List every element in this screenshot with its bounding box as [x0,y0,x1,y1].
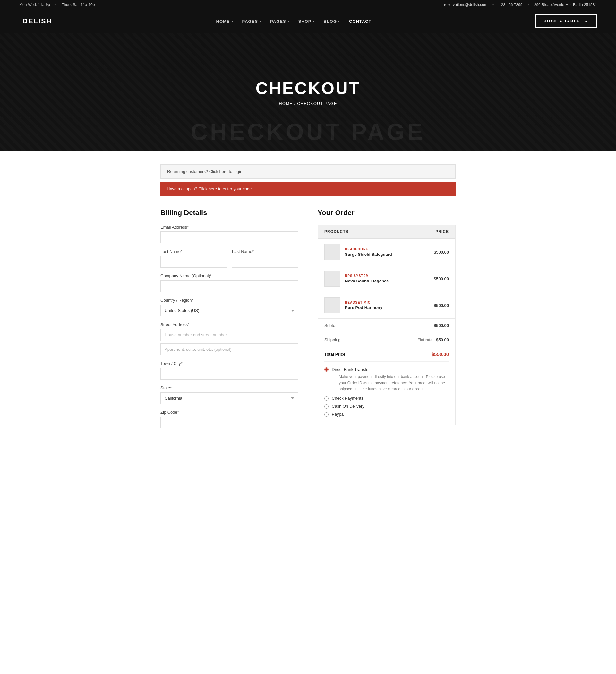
order-item-3-name: Pure Pod Harmony [345,305,382,310]
order-box: PRODUCTS PRICE HEADPHONE Surge Shield Sa… [318,225,456,425]
order-item-3-details: HEADSET MIC Pure Pod Harmony [345,301,382,310]
breadcrumb-home[interactable]: HOME [279,101,292,106]
billing-details-section: Billing Details Email Address* Last Name… [160,209,298,434]
company-field[interactable] [160,280,298,292]
payment-direct-bank-radio[interactable] [324,367,329,372]
subtotal-label: Subtotal [324,323,340,328]
payment-direct-bank-label[interactable]: Direct Bank Transfer [332,367,370,372]
city-label: Town / City* [160,361,298,366]
subtotal-row: Subtotal $500.00 [324,319,449,333]
payment-cod: Cash On Delivery [324,404,449,409]
email-field[interactable] [160,231,298,243]
order-item-1-category: HEADPHONE [345,247,392,251]
zip-group: Zip Code* [160,410,298,429]
payment-check-radio[interactable] [324,397,329,401]
street-label: Street Address* [160,322,298,327]
hero-title: CHECKOUT [256,79,361,98]
email-group: Email Address* [160,225,298,243]
total-row: Total Price: $550.00 [324,347,449,362]
hero-section: CHECKOUT HOME / CHECKOUT PAGE CHECKOUT P… [0,33,616,151]
nav-shop-arrow: ▾ [313,20,315,23]
order-item-2-name: Nova Sound Elegance [345,278,389,284]
shipping-row: Shipping Flat rate: $50.00 [324,333,449,347]
order-item-2-thumb [324,270,340,287]
street-group: Street Address* [160,322,298,355]
apt-field[interactable] [160,343,298,355]
coupon-notice[interactable]: Have a coupon? Click here to enter your … [160,182,456,196]
order-item-3-price: $500.00 [434,303,449,308]
nav-pages-2[interactable]: PAGES ▾ [270,19,289,24]
state-select[interactable]: California [160,392,298,404]
order-item-2-info: UPS SYSTEM Nova Sound Elegance [324,270,389,287]
logo-text: DELISH [22,17,52,25]
order-header: PRODUCTS PRICE [318,225,455,239]
company-group: Company Name (Optional)* [160,273,298,292]
hours-weekend: Thurs-Sat: 11a-10p [61,3,95,7]
payment-cod-label[interactable]: Cash On Delivery [332,404,364,409]
returning-customer-notice[interactable]: Returning customers? Click here to login [160,164,456,179]
breadcrumb: HOME / CHECKOUT PAGE [256,101,361,106]
last-name-field[interactable] [160,256,227,268]
last-name2-label: Last Name* [232,249,298,254]
order-item-3-category: HEADSET MIC [345,301,382,304]
nav-pages-1[interactable]: PAGES ▾ [242,19,261,24]
payment-check: Check Payments [324,396,449,401]
contact-phone: 123 456 7899 [499,3,522,7]
top-bar-left: Mon-Wed: 11a-9p • Thurs-Sat: 11a-10p [19,3,95,7]
nav-contact[interactable]: CONTACT [349,19,372,24]
order-title: Your Order [318,209,456,217]
hero-content: CHECKOUT HOME / CHECKOUT PAGE [256,79,361,106]
company-label: Company Name (Optional)* [160,273,298,278]
order-item-3-info: HEADSET MIC Pure Pod Harmony [324,297,382,313]
state-group: State* California [160,385,298,404]
separator-3: • [528,3,529,7]
top-bar: Mon-Wed: 11a-9p • Thurs-Sat: 11a-10p res… [0,0,616,10]
payment-paypal-label[interactable]: Paypal [332,412,345,417]
arrow-right-icon: → [584,19,588,23]
order-item-1: HEADPHONE Surge Shield Safeguard $500.00 [318,239,455,265]
last-name2-field[interactable] [232,256,298,268]
nav-shop[interactable]: SHOP ▾ [298,19,315,24]
payment-direct-bank-desc: Make your payment directly into our bank… [332,374,449,392]
shipping-detail: Flat rate: [417,338,434,342]
order-section: Your Order PRODUCTS PRICE HEADPHONE Surg… [318,209,456,425]
shipping-value: Flat rate: $50.00 [417,337,449,342]
payment-paypal: Paypal [324,412,449,417]
nav-blog-arrow: ▾ [338,20,340,23]
order-item-1-details: HEADPHONE Surge Shield Safeguard [345,247,392,257]
checkout-grid: Billing Details Email Address* Last Name… [160,209,456,434]
city-field[interactable] [160,368,298,380]
order-item-3-thumb [324,297,340,313]
payment-paypal-radio[interactable] [324,413,329,417]
country-select[interactable]: United States (US) [160,305,298,317]
zip-field[interactable] [160,417,298,429]
state-label: State* [160,385,298,390]
country-group: Country / Region* United States (US) [160,298,298,317]
book-table-button[interactable]: BOOK A TABLE → [535,14,597,28]
order-item-1-price: $500.00 [434,250,449,254]
email-label: Email Address* [160,225,298,229]
payment-check-label[interactable]: Check Payments [332,396,363,401]
zip-label: Zip Code* [160,410,298,415]
total-label: Total Price: [324,352,347,357]
country-label: Country / Region* [160,298,298,303]
order-item-2: UPS SYSTEM Nova Sound Elegance $500.00 [318,265,455,292]
last-name-label: Last Name* [160,249,227,254]
order-item-2-category: UPS SYSTEM [345,274,389,277]
col-products: PRODUCTS [324,229,348,234]
city-group: Town / City* [160,361,298,380]
nav-home[interactable]: HOME ▾ [216,19,233,24]
nav-blog[interactable]: BLOG ▾ [324,19,340,24]
nav-home-arrow: ▾ [231,20,233,23]
breadcrumb-separator: / [294,101,297,106]
payment-section: Direct Bank Transfer Make your payment d… [318,362,455,425]
header: DELISH HOME ▾ PAGES ▾ PAGES ▾ SHOP ▾ BLO… [0,10,616,33]
main-content: Returning customers? Click here to login… [154,151,462,460]
street-field[interactable] [160,329,298,341]
payment-cod-radio[interactable] [324,405,329,409]
separator-2: • [492,3,494,7]
logo[interactable]: DELISH [19,17,52,25]
order-item-1-thumb [324,244,340,260]
order-item-2-details: UPS SYSTEM Nova Sound Elegance [345,274,389,284]
contact-address: 296 Ridao Avenie Mor Berlin 251584 [534,3,597,7]
